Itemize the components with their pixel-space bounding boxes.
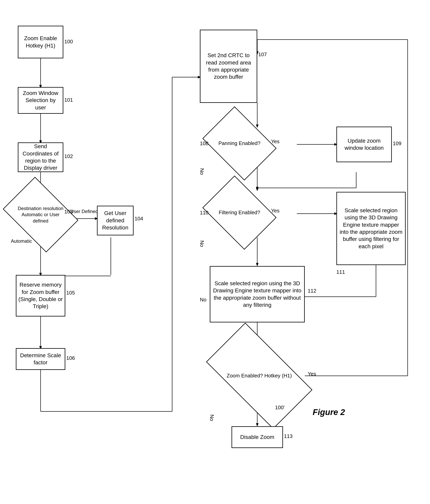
label-110: 110 bbox=[200, 210, 208, 216]
label-101: 101 bbox=[64, 97, 73, 103]
svg-marker-42 bbox=[256, 187, 258, 190]
node-zoom-enabled: Zoom Enabled? Hotkey (H1) bbox=[212, 348, 307, 404]
node-113: Disable Zoom bbox=[231, 426, 283, 448]
node-106: Determine Scale factor bbox=[16, 348, 65, 370]
node-103: Destination resolution Automatic or User… bbox=[10, 192, 71, 237]
figure-title: Figure 2 bbox=[313, 407, 345, 417]
svg-marker-32 bbox=[256, 263, 258, 266]
node-102: Send Coordinates of region to the Displa… bbox=[18, 142, 63, 172]
label-100: 100 bbox=[64, 39, 73, 45]
label-112: 112 bbox=[308, 288, 316, 294]
node-110: Filtering Enabled? bbox=[210, 190, 269, 235]
node-105: Reserve memory for Zoom buffer (Single, … bbox=[16, 275, 65, 316]
node-104: Get User defined Resolution bbox=[97, 206, 134, 235]
node-111: Scale selected region using the 3D Drawi… bbox=[336, 192, 406, 265]
label-no-110: No bbox=[199, 241, 205, 247]
label-100prime: 100' bbox=[275, 405, 284, 411]
label-yes-110: Yes bbox=[271, 208, 279, 214]
label-no-108: No bbox=[199, 168, 205, 175]
node-108: Panning Enabled? bbox=[210, 121, 269, 166]
label-113: 113 bbox=[284, 433, 293, 439]
label-yes-108: Yes bbox=[271, 138, 279, 144]
node-112: Scale selected region using the 3D Drawi… bbox=[210, 266, 305, 322]
node-101: Zoom Window Selection by user bbox=[18, 87, 63, 114]
flowchart-diagram: Zoom Enable Hotkey (H1) 100 Zoom Window … bbox=[0, 0, 430, 504]
label-105: 105 bbox=[66, 290, 75, 296]
label-no-111: No bbox=[200, 297, 206, 303]
node-107: Set 2nd CRTC to read zoomed area from ap… bbox=[200, 30, 257, 103]
label-yes-zoom: Yes bbox=[308, 371, 316, 377]
label-automatic: Automatic bbox=[11, 238, 32, 244]
label-102: 102 bbox=[64, 153, 73, 159]
label-108: 108 bbox=[200, 140, 208, 147]
label-104: 104 bbox=[135, 216, 143, 222]
label-109: 109 bbox=[393, 140, 401, 147]
label-user-defined: User Defined bbox=[70, 209, 98, 214]
label-no-zoom: No bbox=[209, 414, 215, 421]
label-107: 107 bbox=[258, 51, 267, 58]
label-111: 111 bbox=[336, 269, 345, 275]
label-106: 106 bbox=[66, 355, 75, 361]
svg-marker-41 bbox=[256, 423, 258, 426]
node-100: Zoom Enable Hotkey (H1) bbox=[18, 26, 63, 58]
node-109: Update zoom window location bbox=[336, 126, 392, 162]
